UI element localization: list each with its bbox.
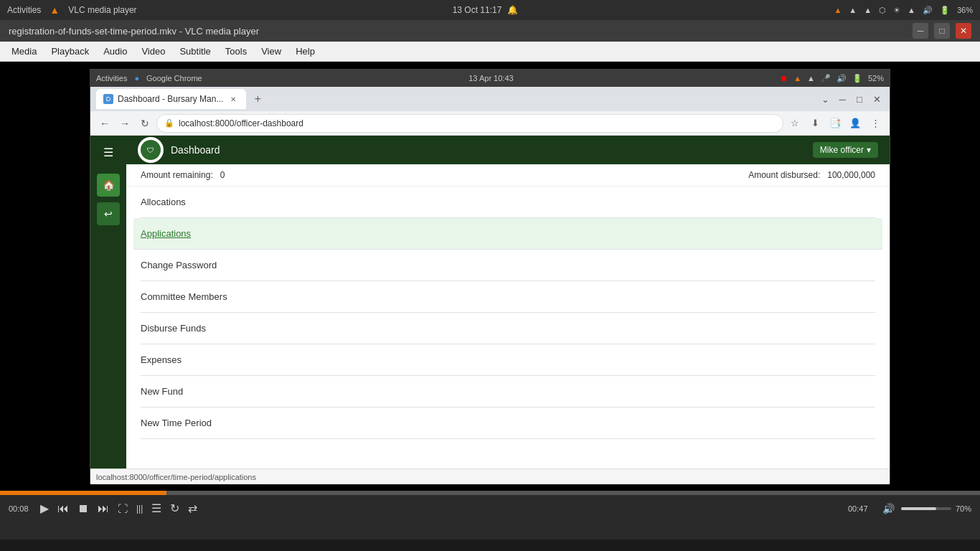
download-icon[interactable]: ⬇	[806, 115, 824, 132]
menu-view[interactable]: View	[255, 44, 287, 59]
user-menu-button[interactable]: Mike officer ▾	[813, 142, 878, 158]
vlc-volume-icon[interactable]: 🔊	[880, 501, 897, 517]
vlc-tray-icon: ▲	[834, 6, 842, 14]
sidebar-home-icon[interactable]: 🏠	[97, 174, 120, 197]
chrome-expand-icon[interactable]: ⌄	[818, 92, 832, 106]
menu-item-applications[interactable]: Applications	[133, 218, 882, 250]
applications-link[interactable]: Applications	[141, 228, 191, 239]
new-fund-label: New Fund	[141, 386, 183, 397]
svg-text:🛡: 🛡	[147, 146, 154, 154]
volume-os-icon[interactable]: 🔊	[923, 6, 933, 15]
chrome-os-bar: Activities ● Google Chrome 13 Apr 10:43 …	[90, 70, 890, 87]
tray-icon-2: ▲	[849, 6, 857, 14]
activities-label[interactable]: Activities	[7, 5, 41, 15]
nav-brand: 🛡 Dashboard	[138, 137, 220, 163]
chrome-new-tab-button[interactable]: +	[249, 90, 266, 108]
vlc-title-controls: ─ □ ✕	[913, 23, 971, 39]
vlc-total-time: 00:47	[848, 504, 873, 513]
tray-icon-4: ⬡	[879, 6, 886, 15]
vlc-playlist-button[interactable]: ☰	[149, 499, 164, 517]
amount-remaining-value: 0	[220, 170, 225, 180]
vlc-next-button[interactable]: ⏭	[95, 500, 111, 517]
menu-playback[interactable]: Playback	[45, 44, 95, 59]
dashboard-menu-list: Allocations Applications Change Password…	[126, 187, 890, 439]
chrome-tab-close-button[interactable]: ✕	[227, 93, 239, 105]
vlc-progress-bar[interactable]	[0, 491, 980, 495]
chrome-menu-icon[interactable]: ⋮	[867, 115, 884, 132]
vlc-stop-button[interactable]: ⏹	[75, 500, 91, 517]
url-lock-icon: 🔒	[164, 118, 174, 128]
vlc-volume-fill	[901, 507, 936, 510]
vlc-repeat-button[interactable]: ↻	[168, 499, 182, 517]
menu-item-allocations[interactable]: Allocations	[141, 187, 875, 218]
chrome-tab-bar: D Dashboard - Bursary Man... ✕ + ⌄ ─ □ ✕	[90, 87, 890, 111]
vlc-menu-bar: Media Playback Audio Video Subtitle Tool…	[0, 42, 980, 62]
chrome-back-button[interactable]: ←	[96, 115, 113, 132]
vlc-close-button[interactable]: ✕	[956, 23, 971, 39]
os-top-bar: Activities ▲ VLC media player 13 Oct 11:…	[0, 0, 980, 20]
menu-audio[interactable]: Audio	[98, 44, 133, 59]
chrome-tab-active[interactable]: D Dashboard - Bursary Man... ✕	[96, 89, 246, 109]
amount-remaining-area: Amount remaining: 0	[141, 170, 225, 180]
vlc-play-button[interactable]: ▶	[38, 499, 51, 517]
committee-members-label: Committee Members	[141, 291, 227, 302]
chrome-mic-icon: 🎤	[821, 74, 831, 83]
menu-item-expenses[interactable]: Expenses	[141, 344, 875, 376]
battery-icon: 🔋	[940, 6, 950, 15]
vlc-shuffle-button[interactable]: ⇄	[186, 499, 199, 517]
chrome-close-button[interactable]: ✕	[870, 92, 884, 106]
vlc-maximize-button[interactable]: □	[934, 23, 950, 39]
brightness-icon[interactable]: ☀	[893, 6, 900, 15]
menu-item-change-password[interactable]: Change Password	[141, 250, 875, 281]
user-dropdown-icon: ▾	[867, 145, 871, 155]
notification-icon[interactable]: 🔔	[507, 5, 518, 15]
battery-label: 36%	[957, 6, 973, 14]
chrome-os-datetime: 13 Apr 10:43	[468, 74, 513, 83]
menu-item-committee-members[interactable]: Committee Members	[141, 281, 875, 313]
star-icon[interactable]: ☆	[786, 115, 804, 132]
wifi-icon[interactable]: ▲	[908, 6, 915, 14]
sidebar: ☰ 🏠 ↩	[90, 136, 126, 468]
amount-disbursed-value: 100,000,000	[827, 170, 875, 180]
chrome-window-controls: ⌄ ─ □ ✕	[818, 92, 884, 106]
vlc-minimize-button[interactable]: ─	[913, 23, 928, 39]
chrome-avatar-icon[interactable]: 👤	[847, 115, 864, 132]
web-content: ☰ 🏠 ↩ 🛡 Dashboard	[90, 136, 890, 468]
menu-item-new-fund[interactable]: New Fund	[141, 376, 875, 408]
menu-help[interactable]: Help	[290, 44, 321, 59]
chrome-volume-icon: 🔊	[837, 74, 847, 83]
chrome-minimize-button[interactable]: ─	[835, 92, 849, 106]
vlc-title-bar: registration-of-funds-set-time-period.mk…	[0, 20, 980, 42]
menu-media[interactable]: Media	[6, 44, 42, 59]
chrome-restore-button[interactable]: □	[852, 92, 867, 106]
vlc-current-time: 00:08	[9, 504, 34, 513]
chrome-forward-button[interactable]: →	[116, 115, 133, 132]
chrome-activities-label[interactable]: Activities	[96, 74, 127, 83]
vlc-stop-prev-button[interactable]: ⏮	[55, 500, 71, 517]
chrome-battery-icon: 🔋	[852, 74, 862, 83]
chrome-url-bar[interactable]: 🔒 localhost:8000/officer-dashboard	[156, 114, 783, 133]
hamburger-menu-icon[interactable]: ☰	[100, 143, 116, 162]
chrome-record-icon: ⏺	[780, 74, 788, 83]
bookmark-icon[interactable]: 📑	[826, 115, 844, 132]
status-url: localhost:8000/officer/time-period/appli…	[96, 473, 256, 481]
vlc-volume-slider[interactable]	[901, 507, 951, 510]
vlc-fullscreen-button[interactable]: ⛶	[116, 501, 130, 517]
os-top-bar-left: Activities ▲ VLC media player	[7, 4, 137, 16]
vlc-volume-area: 🔊 70%	[880, 501, 971, 517]
video-area: Activities ● Google Chrome 13 Apr 10:43 …	[0, 62, 980, 491]
vlc-extend-button[interactable]: |||	[134, 501, 145, 516]
menu-video[interactable]: Video	[136, 44, 171, 59]
menu-item-disburse-funds[interactable]: Disburse Funds	[141, 313, 875, 344]
allocations-label: Allocations	[141, 197, 186, 207]
expenses-label: Expenses	[141, 354, 182, 365]
chrome-refresh-button[interactable]: ↻	[136, 115, 154, 132]
sidebar-logout-icon[interactable]: ↩	[97, 202, 120, 225]
amount-disbursed-label: Amount disbursed:	[748, 170, 820, 180]
vlc-os-icon: ▲	[50, 4, 60, 16]
disburse-funds-label: Disburse Funds	[141, 323, 206, 334]
menu-tools[interactable]: Tools	[220, 44, 253, 59]
menu-subtitle[interactable]: Subtitle	[174, 44, 216, 59]
chrome-app-label: Google Chrome	[146, 74, 202, 83]
menu-item-new-time-period[interactable]: New Time Period	[141, 408, 875, 439]
